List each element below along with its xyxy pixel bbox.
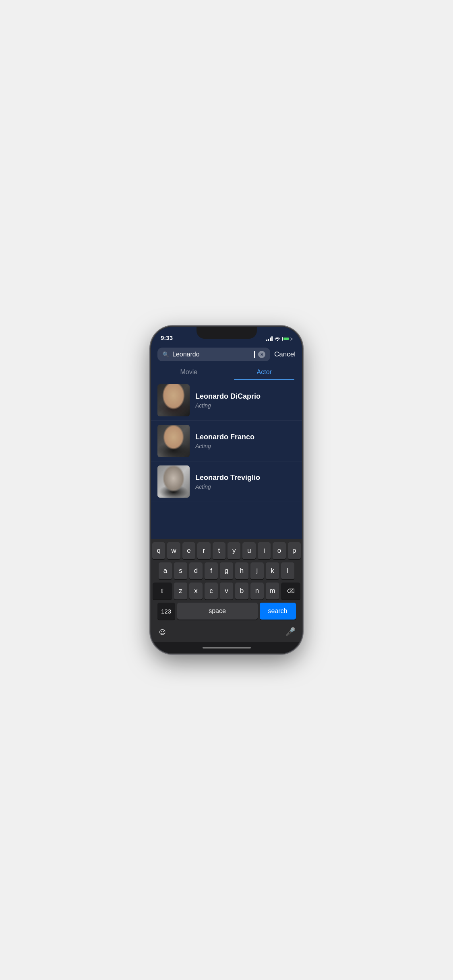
signal-icon [266,336,273,341]
space-key[interactable]: space [177,603,258,620]
tab-actor[interactable]: Actor [227,364,302,380]
result-name-3: Leonardo Treviglio [195,474,296,482]
key-x[interactable]: x [189,583,203,599]
cursor [254,351,255,358]
phone-frame: 9:33 [151,327,302,653]
key-w[interactable]: w [167,542,180,559]
avatar-1 [157,384,190,416]
key-u[interactable]: u [242,542,255,559]
key-d[interactable]: d [189,562,203,579]
clear-button[interactable]: ✕ [258,351,265,358]
results-list: Leonardo DiCaprio Acting Leonardo Franco… [151,380,302,539]
tabs: Movie Actor [151,364,302,380]
result-name-2: Leonardo Franco [195,433,296,441]
result-dept-3: Acting [195,484,296,490]
cancel-button[interactable]: Cancel [274,350,296,358]
result-item-1[interactable]: Leonardo DiCaprio Acting [151,380,302,421]
key-z[interactable]: z [174,583,187,599]
keyboard-row-2: a s d f g h j k l [152,562,301,579]
result-item-2[interactable]: Leonardo Franco Acting [151,421,302,461]
key-y[interactable]: y [228,542,240,559]
keyboard-row-4: 123 space search [152,603,301,620]
key-l[interactable]: l [281,562,294,579]
notch [197,327,257,339]
backspace-key[interactable]: ⌫ [281,583,300,599]
key-c[interactable]: c [205,583,218,599]
keyboard-row-1: q w e r t y u i o p [152,542,301,559]
key-b[interactable]: b [235,583,248,599]
result-dept-1: Acting [195,402,296,409]
result-info-2: Leonardo Franco Acting [195,433,296,449]
status-icons [266,336,293,342]
key-g[interactable]: g [220,562,233,579]
key-n[interactable]: n [250,583,264,599]
avatar-2 [157,425,190,457]
key-f[interactable]: f [205,562,218,579]
key-a[interactable]: a [159,562,172,579]
result-name-1: Leonardo DiCaprio [195,392,296,401]
key-i[interactable]: i [258,542,271,559]
key-e[interactable]: e [182,542,195,559]
keyboard: q w e r t y u i o p a s d f g [151,539,302,624]
key-s[interactable]: s [174,562,187,579]
search-input[interactable]: Leonardo [172,351,250,358]
result-item-3[interactable]: Leonardo Treviglio Acting [151,461,302,502]
key-t[interactable]: t [213,542,225,559]
battery-icon [282,337,292,341]
result-dept-2: Acting [195,443,296,449]
num-key[interactable]: 123 [157,603,175,620]
result-info-3: Leonardo Treviglio Acting [195,474,296,490]
home-bar [203,647,251,649]
search-bar-container: 🔍 Leonardo ✕ Cancel [151,344,302,364]
status-time: 9:33 [161,334,173,342]
key-j[interactable]: j [250,562,264,579]
key-q[interactable]: q [152,542,165,559]
search-key[interactable]: search [260,603,296,620]
key-m[interactable]: m [266,583,279,599]
phone-screen: 9:33 [151,327,302,653]
shift-key[interactable]: ⇧ [153,583,172,599]
wifi-icon [275,337,280,341]
key-k[interactable]: k [266,562,279,579]
key-r[interactable]: r [197,542,210,559]
result-info-1: Leonardo DiCaprio Acting [195,392,296,409]
avatar-3 [157,465,190,498]
keyboard-row-3: ⇧ z x c v b n m ⌫ [152,583,301,599]
key-p[interactable]: p [288,542,301,559]
search-bar[interactable]: 🔍 Leonardo ✕ [157,348,270,361]
key-h[interactable]: h [235,562,248,579]
emoji-button[interactable]: ☺ [157,626,168,637]
key-v[interactable]: v [220,583,233,599]
home-indicator [151,642,302,653]
mic-button[interactable]: 🎤 [285,627,296,636]
bottom-bar: ☺ 🎤 [151,624,302,642]
search-icon: 🔍 [162,351,169,358]
key-o[interactable]: o [273,542,285,559]
tab-movie[interactable]: Movie [151,364,227,380]
